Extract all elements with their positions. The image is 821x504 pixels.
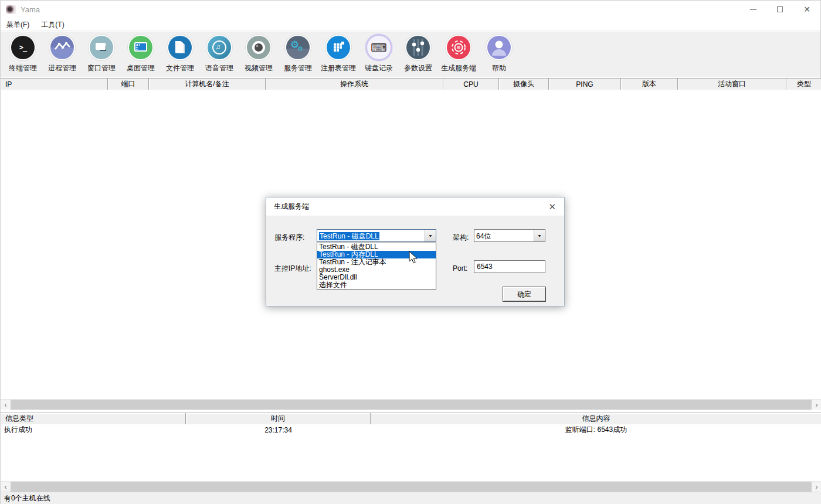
scroll-left-icon[interactable]: ‹ [1,400,11,410]
architecture-dropdown-button[interactable]: ▼ [534,230,545,241]
log-cell-content: 监听端口: 6543成功 [371,424,821,435]
file-icon [168,36,192,59]
status-bar: 有0个主机在线 [1,492,821,504]
toolbar-item-build-server[interactable]: 生成服务端 [441,36,476,73]
close-icon: ✕ [803,5,810,13]
column-header-webcam[interactable]: 摄像头 [499,79,549,90]
port-label: Port: [453,264,467,273]
column-header-version[interactable]: 版本 [621,79,678,90]
minimize-button[interactable] [739,1,766,18]
mouse-cursor-icon [408,251,419,267]
column-header-computer-name[interactable]: 计算机名/备注 [149,79,266,90]
toolbar-item-terminal[interactable]: >_ 终端管理 [6,36,39,73]
log-row[interactable]: 执行成功 23:17:34 监听端口: 6543成功 [1,424,821,435]
ok-button[interactable]: 确定 [503,287,545,301]
keyboard-icon: ⌨ [367,36,391,59]
scroll-right-icon[interactable]: › [812,400,821,410]
dialog-close-button[interactable]: ✕ [548,197,556,216]
windows-icon [90,36,113,59]
close-button[interactable]: ✕ [793,1,820,18]
dropdown-option-disk-dll[interactable]: TestRun - 磁盘DLL [317,243,436,251]
toolbar-item-registry[interactable]: 注册表管理 [321,36,356,73]
target-icon [447,36,470,59]
host-table-header: IP 端口 计算机名/备注 操作系统 CPU 摄像头 PING 版本 活动窗口 … [1,78,821,90]
port-input[interactable] [474,260,545,273]
desktop-icon [129,36,152,59]
sliders-icon [406,36,430,59]
close-icon: ✕ [548,202,556,212]
person-icon [487,36,511,59]
camera-lens-icon [247,36,270,59]
column-header-message-type[interactable]: 信息类型 [1,413,186,425]
dropdown-option-ghost-exe[interactable]: ghost.exe [317,266,436,274]
activity-icon [50,36,74,59]
maximize-button[interactable] [766,1,793,18]
gears-icon: ⚙⚙ [286,36,310,59]
maximize-icon [777,6,783,12]
log-table-header: 信息类型 时间 信息内容 [1,413,821,424]
service-dropdown-button[interactable]: ▼ [425,230,436,241]
dialog-title-bar: 生成服务端 ✕ [266,197,564,216]
column-header-type[interactable]: 类型 [786,79,821,90]
column-header-active-window[interactable]: 活动窗口 [678,79,786,90]
column-header-message-content[interactable]: 信息内容 [371,413,821,425]
toolbar-item-settings[interactable]: 参数设置 [402,36,435,73]
log-list-area [1,435,821,481]
log-list-hscrollbar[interactable]: ‹ › [1,481,821,492]
app-icon [6,5,16,14]
terminal-icon: >_ [11,36,35,59]
toolbar-item-desktop[interactable]: 桌面管理 [124,36,157,73]
menu-item-menu[interactable]: 菜单(F) [1,18,35,31]
menu-item-tools[interactable]: 工具(T) [35,18,70,31]
toolbar-item-video[interactable]: 视频管理 [242,36,275,73]
scrollbar-thumb[interactable] [11,400,812,410]
toolbar-item-window[interactable]: 窗口管理 [85,36,118,73]
architecture-label: 架构: [453,233,469,243]
toolbar-item-help[interactable]: 帮助 [483,36,515,73]
dialog-title: 生成服务端 [274,202,309,212]
chevron-down-icon: ▼ [428,233,433,238]
column-header-ping[interactable]: PING [549,79,621,90]
toolbar-item-file[interactable]: 文件管理 [164,36,196,73]
scroll-right-icon[interactable]: › [812,482,821,492]
architecture-value: 64位 [474,230,534,241]
column-header-cpu[interactable]: CPU [443,79,499,90]
controller-ip-label: 主控IP地址: [274,264,311,274]
app-title: Yama [21,5,40,14]
log-cell-type: 执行成功 [1,424,186,435]
toolbar-item-keylogger[interactable]: ⌨ 键盘记录 [362,36,395,73]
host-list-hscrollbar[interactable]: ‹ › [1,399,821,410]
online-hosts-status: 有0个主机在线 [4,493,50,503]
architecture-combobox[interactable]: 64位 ▼ [474,229,545,242]
app-window: Yama ✕ 菜单(F) 工具(T) >_ 终端管理 进程管理 窗口管 [0,0,821,504]
log-cell-time: 23:17:34 [186,424,371,435]
service-program-combobox[interactable]: TestRun - 磁盘DLL ▼ [317,229,436,242]
chevron-down-icon: ▼ [537,233,542,238]
toolbar-item-audio[interactable]: ♫ 语音管理 [203,36,236,73]
menu-bar: 菜单(F) 工具(T) [1,18,820,31]
column-header-ip[interactable]: IP [1,79,108,90]
column-header-os[interactable]: 操作系统 [266,79,443,90]
registry-grid-icon [327,36,350,59]
toolbar: >_ 终端管理 进程管理 窗口管理 桌面管理 [1,32,820,77]
audio-icon: ♫ [208,36,231,59]
service-program-label: 服务程序: [274,233,304,243]
column-header-port[interactable]: 端口 [108,79,149,90]
dropdown-option-choose-file[interactable]: 选择文件 [317,281,436,289]
scroll-left-icon[interactable]: ‹ [1,482,11,492]
minimize-icon [750,9,756,10]
title-bar: Yama ✕ [1,1,820,18]
dropdown-option-serverdll[interactable]: ServerDll.dll [317,274,436,281]
toolbar-item-service[interactable]: ⚙⚙ 服务管理 [281,36,314,73]
service-program-value: TestRun - 磁盘DLL [319,232,379,240]
column-header-time[interactable]: 时间 [186,413,371,425]
scrollbar-thumb[interactable] [11,482,812,492]
toolbar-item-process[interactable]: 进程管理 [46,36,79,73]
